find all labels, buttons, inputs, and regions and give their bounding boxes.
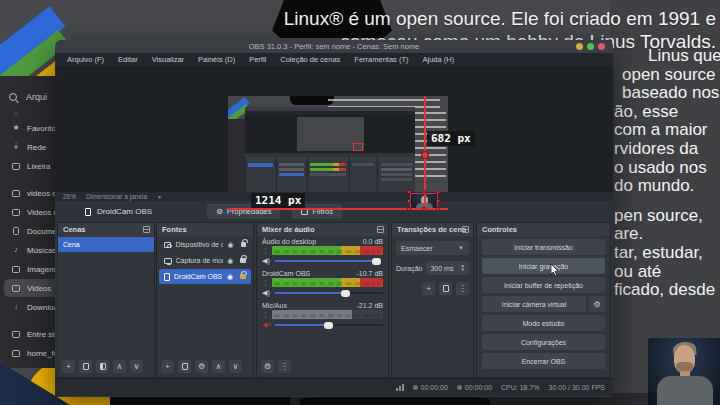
minimize-button[interactable] bbox=[576, 43, 583, 50]
remove-transition-button[interactable] bbox=[439, 282, 452, 295]
star-icon: ★ bbox=[12, 124, 20, 132]
measure-line-horizontal bbox=[228, 208, 448, 210]
move-scene-down-button[interactable]: ∨ bbox=[130, 360, 143, 373]
monitor-icon bbox=[164, 258, 172, 264]
mixer-menu-button[interactable]: ⋮ bbox=[278, 360, 291, 373]
sidebar-item-label: Imagens bbox=[27, 265, 58, 274]
transition-select[interactable]: Esmaecer ▼ bbox=[396, 241, 469, 255]
duration-spinner[interactable]: 300 ms ▲▼ bbox=[426, 261, 469, 275]
source-properties-button[interactable]: ⚙ bbox=[195, 360, 208, 373]
side-line: ficado, desde bbox=[614, 281, 720, 300]
move-scene-up-button[interactable]: ∧ bbox=[113, 360, 126, 373]
volume-meter: -60 -55 -50 -45 -40 -35 -30 -25 -20 -15 … bbox=[272, 278, 383, 287]
background-side-text: Linus queria open source baseado nos ão,… bbox=[614, 47, 720, 300]
cursor-icon bbox=[550, 264, 559, 276]
controls-title: Controles bbox=[482, 225, 517, 234]
mixer-title: Mixer de áudio bbox=[262, 225, 315, 234]
dock-icon[interactable] bbox=[462, 226, 469, 233]
start-streaming-button[interactable]: Iniciar transmissão bbox=[482, 239, 605, 255]
start-replay-buffer-button[interactable]: Iniciar buffer de repetição bbox=[482, 277, 605, 293]
selection-handle[interactable] bbox=[436, 199, 440, 203]
selection-handle[interactable] bbox=[422, 190, 426, 194]
channel-menu-icon[interactable]: ⋮ bbox=[262, 279, 269, 287]
studio-mode-button[interactable]: Modo estúdio bbox=[482, 315, 605, 331]
channel-menu-icon[interactable]: ⋮ bbox=[262, 311, 269, 319]
lock-icon[interactable] bbox=[241, 242, 246, 247]
source-item-dispositivo[interactable]: Dispositivo de ca ◉ bbox=[159, 237, 251, 252]
volume-slider[interactable] bbox=[275, 324, 383, 326]
settings-button[interactable]: Configurações bbox=[482, 334, 605, 350]
source-item-droidcam[interactable]: DroidCam OBS ◉ bbox=[159, 269, 251, 284]
side-line: tar, estudar, bbox=[614, 244, 720, 263]
speaker-icon[interactable]: ◀) bbox=[262, 289, 271, 297]
maximize-button[interactable] bbox=[587, 43, 594, 50]
lock-icon[interactable] bbox=[240, 258, 246, 263]
fps-indicator: 30.00 / 30.00 FPS bbox=[549, 384, 605, 391]
selection-handle[interactable] bbox=[407, 207, 411, 211]
selection-handle[interactable] bbox=[436, 207, 440, 211]
selection-handle[interactable] bbox=[422, 207, 426, 211]
speaker-icon[interactable]: ◀) bbox=[262, 257, 271, 265]
add-scene-button[interactable]: + bbox=[62, 360, 75, 373]
dock-icon[interactable] bbox=[143, 226, 150, 233]
eye-icon[interactable]: ◉ bbox=[227, 273, 233, 281]
close-button[interactable] bbox=[598, 43, 605, 50]
menu-perfil[interactable]: Perfil bbox=[243, 55, 272, 64]
start-virtual-camera-button[interactable]: Iniciar câmera virtual bbox=[482, 296, 586, 312]
mixer-settings-button[interactable]: ⚙ bbox=[261, 360, 274, 373]
start-recording-button[interactable]: Iniciar gravação bbox=[482, 258, 605, 274]
scenes-header: Cenas bbox=[58, 223, 154, 236]
dock-icon[interactable] bbox=[377, 226, 384, 233]
side-line: are. bbox=[614, 225, 720, 244]
scene-item-cena[interactable]: Cena bbox=[58, 237, 154, 252]
transition-menu-button[interactable]: ⋮ bbox=[456, 282, 469, 295]
remove-scene-button[interactable] bbox=[79, 360, 92, 373]
source-label: DroidCam OBS bbox=[174, 273, 222, 280]
eye-icon[interactable]: ◉ bbox=[227, 241, 233, 249]
side-line: ão, esse bbox=[614, 103, 720, 122]
menu-ajuda[interactable]: Ajuda (H) bbox=[417, 55, 461, 64]
eye-icon[interactable]: ◉ bbox=[227, 257, 233, 265]
stream-timer: 00:00:00 bbox=[413, 384, 448, 391]
selection-handle[interactable] bbox=[407, 190, 411, 194]
lock-icon[interactable] bbox=[240, 274, 246, 279]
menu-paineis[interactable]: Painéis (D) bbox=[192, 55, 241, 64]
menu-colecao-de-cenas[interactable]: Coleção de cenas bbox=[274, 55, 346, 64]
volume-slider[interactable] bbox=[275, 292, 383, 294]
add-transition-button[interactable]: + bbox=[422, 282, 435, 295]
zoom-mode-dropdown[interactable]: Dimensionar a janela bbox=[86, 193, 147, 200]
scene-filters-button[interactable] bbox=[96, 360, 109, 373]
sources-header: Fontes bbox=[157, 223, 253, 236]
menu-arquivo[interactable]: Arquivo (F) bbox=[61, 55, 110, 64]
menu-ferramentas[interactable]: Ferramentas (T) bbox=[348, 55, 414, 64]
menu-visualizar[interactable]: Visualizar bbox=[146, 55, 190, 64]
move-source-up-button[interactable]: ∧ bbox=[212, 360, 225, 373]
selection-handle[interactable] bbox=[407, 199, 411, 203]
muted-speaker-icon[interactable]: ◀× bbox=[262, 321, 271, 329]
transitions-title: Transições de cena bbox=[397, 225, 466, 234]
source-item-captura[interactable]: Captura de moni ◉ bbox=[159, 253, 251, 268]
stream-status-icon bbox=[413, 385, 418, 390]
obs-titlebar[interactable]: OBS 31.0.3 - Perfil: sem nome - Cenas: S… bbox=[55, 40, 613, 53]
file-icon bbox=[164, 273, 170, 281]
add-source-button[interactable]: + bbox=[161, 360, 174, 373]
sidebar-item-label: Lixeira bbox=[27, 162, 51, 171]
volume-slider[interactable] bbox=[275, 260, 383, 262]
mixer-channel-mic: Mic/Aux -21.2 dB ⋮ -60 -55 -50 -45 -40 -… bbox=[257, 300, 388, 332]
window-title: OBS 31.0.3 - Perfil: sem nome - Cenas: S… bbox=[249, 42, 420, 51]
remove-source-button[interactable] bbox=[178, 360, 191, 373]
duration-label: Duração bbox=[396, 265, 422, 272]
measure-handle[interactable] bbox=[421, 151, 429, 159]
virtual-camera-settings-button[interactable]: ⚙ bbox=[589, 296, 605, 312]
selection-handle[interactable] bbox=[436, 190, 440, 194]
sources-dock: Fontes Dispositivo de ca ◉ Captura de mo… bbox=[156, 222, 254, 378]
chevron-down-icon[interactable]: ▼ bbox=[157, 194, 162, 200]
obs-preview-area[interactable]: 682 px 1214 px bbox=[55, 66, 613, 192]
exit-obs-button[interactable]: Encerrar OBS bbox=[482, 353, 605, 369]
move-source-down-button[interactable]: ∨ bbox=[229, 360, 242, 373]
source-toolbar: DroidCam OBS ⚙ Propriedades Filtros bbox=[55, 201, 613, 222]
channel-menu-icon[interactable]: ⋮ bbox=[262, 247, 269, 255]
channel-db: -21.2 dB bbox=[357, 302, 383, 309]
video-icon bbox=[12, 284, 20, 292]
menu-editar[interactable]: Editar bbox=[112, 55, 144, 64]
